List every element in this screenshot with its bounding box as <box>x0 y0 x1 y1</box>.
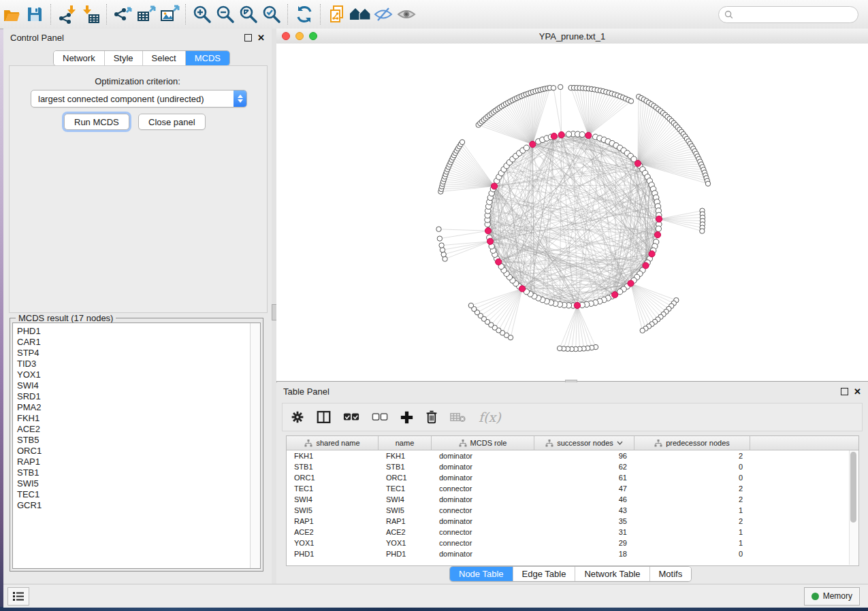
graph-hub-node[interactable] <box>612 292 618 298</box>
search-field[interactable] <box>718 6 858 23</box>
graph-hub-node[interactable] <box>558 132 564 138</box>
export-network-icon[interactable] <box>112 3 135 26</box>
show-all-icon[interactable] <box>395 3 418 26</box>
save-session-icon[interactable] <box>23 3 46 26</box>
graph-hub-node[interactable] <box>496 259 502 265</box>
mcds-result-item[interactable]: FKH1 <box>17 413 250 424</box>
graph-hub-node[interactable] <box>519 286 526 292</box>
graph-leaf-node[interactable] <box>439 243 444 248</box>
close-table-panel-icon[interactable]: ✕ <box>854 387 861 396</box>
table-row[interactable]: ORC1ORC1dominator610 <box>287 472 858 483</box>
tab-network[interactable]: Network <box>54 51 104 65</box>
graph-leaf-node[interactable] <box>436 227 441 231</box>
table-row[interactable]: ACE2ACE2connector311 <box>287 527 858 538</box>
zoom-fit-icon[interactable] <box>237 3 260 26</box>
table-row[interactable]: PHD1PHD1dominator180 <box>287 548 858 559</box>
column-header-successor-nodes[interactable]: successor nodes <box>534 436 634 450</box>
memory-button[interactable]: Memory <box>804 587 860 606</box>
table-row[interactable]: STB1STB1dominator620 <box>287 461 858 472</box>
network-view-titlebar[interactable]: YPA_prune.txt_1 <box>276 29 868 44</box>
import-table-icon[interactable] <box>79 3 102 26</box>
graph-hub-node[interactable] <box>492 183 498 189</box>
tab-style[interactable]: Style <box>104 51 142 65</box>
graph-hub-node[interactable] <box>628 280 634 286</box>
tab-select[interactable]: Select <box>142 51 185 65</box>
table-row[interactable]: RAP1RAP1dominator352 <box>287 516 858 527</box>
float-table-panel-icon[interactable] <box>841 388 848 395</box>
table-row[interactable]: TEC1TEC1connector472 <box>287 483 858 494</box>
deselect-all-rows-icon[interactable] <box>372 412 388 422</box>
graph-hub-node[interactable] <box>485 228 491 234</box>
duplicate-network-icon[interactable] <box>325 3 349 26</box>
graph-hub-node[interactable] <box>551 133 557 139</box>
graph-leaf-node[interactable] <box>468 303 473 308</box>
network-graph[interactable] <box>276 44 868 381</box>
tab-network-table[interactable]: Network Table <box>575 567 649 581</box>
mcds-result-item[interactable]: CAR1 <box>17 337 250 348</box>
mcds-result-item[interactable]: SWI4 <box>17 380 250 391</box>
graph-node[interactable] <box>524 145 529 150</box>
table-scrollbar[interactable] <box>849 450 858 565</box>
mcds-result-item[interactable]: TID3 <box>17 359 250 369</box>
graph-leaf-node[interactable] <box>558 84 563 89</box>
tab-mcds[interactable]: MCDS <box>185 51 229 65</box>
graph-node[interactable] <box>566 131 571 137</box>
mcds-result-item[interactable]: SRD1 <box>17 391 250 402</box>
mcds-result-item[interactable]: ACE2 <box>17 424 250 435</box>
mcds-list-scrollbar[interactable] <box>250 323 260 568</box>
graph-leaf-node[interactable] <box>705 181 710 186</box>
float-panel-icon[interactable] <box>244 34 252 42</box>
export-image-icon[interactable] <box>158 3 181 26</box>
graph-leaf-node[interactable] <box>441 252 446 257</box>
zoom-in-icon[interactable] <box>191 3 214 26</box>
table-row[interactable]: SWI5SWI5connector431 <box>287 505 858 516</box>
delete-columns-icon[interactable] <box>425 410 438 424</box>
mcds-result-item[interactable]: TEC1 <box>17 489 250 500</box>
mcds-result-item[interactable]: PHD1 <box>17 326 250 337</box>
graph-hub-node[interactable] <box>585 132 592 138</box>
delete-table-icon[interactable] <box>450 412 466 423</box>
table-settings-icon[interactable] <box>291 410 304 424</box>
show-columns-icon[interactable] <box>317 410 331 424</box>
network-canvas[interactable] <box>276 44 868 381</box>
graph-hub-node[interactable] <box>656 216 662 222</box>
column-header-predecessor-nodes[interactable]: predecessor nodes <box>634 436 750 450</box>
graph-hub-node[interactable] <box>487 238 494 244</box>
graph-leaf-node[interactable] <box>557 346 562 350</box>
column-header-shared-name[interactable]: shared name <box>287 436 379 450</box>
column-header-mcds-role[interactable]: MCDS role <box>432 436 534 450</box>
graph-node[interactable] <box>579 132 585 137</box>
tab-edge-table[interactable]: Edge Table <box>513 567 575 581</box>
select-all-rows-icon[interactable] <box>343 412 359 422</box>
run-mcds-button[interactable]: Run MCDS <box>64 114 129 130</box>
mcds-result-item[interactable]: STP4 <box>17 348 250 359</box>
add-column-icon[interactable] <box>400 411 413 424</box>
mcds-result-item[interactable]: STB1 <box>17 467 250 478</box>
mcds-result-item[interactable]: ORC1 <box>17 446 250 457</box>
graph-leaf-node[interactable] <box>440 248 445 252</box>
criterion-dropdown[interactable]: largest connected component (undirected) <box>31 90 247 108</box>
first-neighbors-icon[interactable] <box>349 3 372 26</box>
graph-hub-node[interactable] <box>634 161 641 167</box>
table-row[interactable]: YOX1YOX1connector291 <box>287 538 858 548</box>
open-file-icon[interactable] <box>0 3 23 26</box>
refresh-view-icon[interactable] <box>293 3 316 26</box>
mcds-result-item[interactable]: GCR1 <box>17 500 250 511</box>
tab-motifs[interactable]: Motifs <box>649 567 692 581</box>
tab-node-table[interactable]: Node Table <box>450 567 513 581</box>
export-table-icon[interactable] <box>135 3 158 26</box>
table-row[interactable]: FKH1FKH1dominator962 <box>287 450 858 461</box>
graph-leaf-node[interactable] <box>460 139 464 144</box>
graph-leaf-node[interactable] <box>437 236 442 241</box>
column-header-name[interactable]: name <box>379 436 432 450</box>
graph-leaf-node[interactable] <box>640 328 645 333</box>
graph-hub-node[interactable] <box>530 142 536 148</box>
close-panel-icon[interactable]: ✕ <box>257 33 265 42</box>
graph-hub-node[interactable] <box>643 263 649 269</box>
search-input[interactable] <box>737 9 852 20</box>
graph-hub-node[interactable] <box>654 232 660 238</box>
mcds-result-item[interactable]: STB5 <box>17 435 250 446</box>
close-panel-button[interactable]: Close panel <box>138 114 206 130</box>
graph-hub-node[interactable] <box>574 302 580 308</box>
graph-node[interactable] <box>656 226 661 231</box>
